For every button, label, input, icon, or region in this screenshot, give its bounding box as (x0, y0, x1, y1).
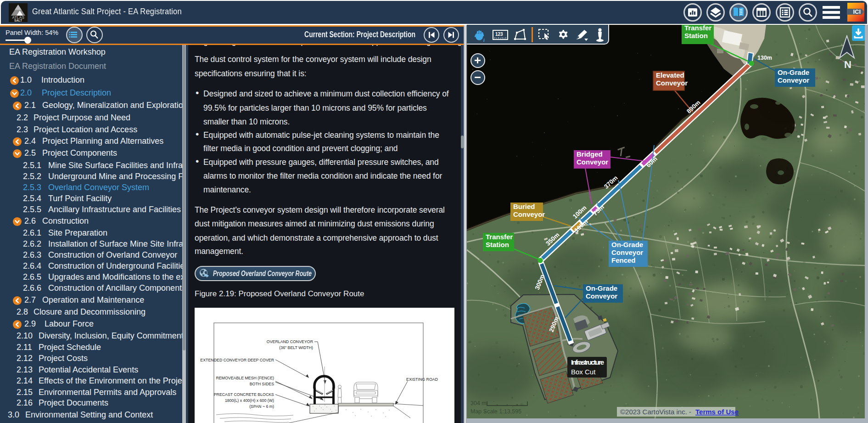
svg-text:Fenced: Fenced (611, 256, 636, 264)
svg-text:304 m: 304 m (470, 400, 487, 406)
svg-text:BOTH SIDES: BOTH SIDES (250, 382, 274, 386)
svg-text:i: i (483, 38, 485, 43)
svg-text:Conveyor: Conveyor (611, 248, 643, 256)
svg-text:Box Cut: Box Cut (571, 368, 596, 376)
svg-text:1800(L) x 400(H) x 600 (W): 1800(L) x 400(H) x 600 (W) (225, 398, 274, 403)
svg-text:OVERLAND CONVEYOR: OVERLAND CONVEYOR (267, 339, 313, 344)
svg-text:Map Scale 1:13,595: Map Scale 1:13,595 (470, 408, 521, 415)
svg-text:Infrastructure: Infrastructure (571, 358, 604, 366)
svg-text:PRECAST CONCRETE BLOCKS: PRECAST CONCRETE BLOCKS (214, 392, 274, 397)
svg-text:On-Grade: On-Grade (611, 241, 643, 248)
svg-text:Buried: Buried (513, 203, 535, 210)
svg-text:Conveyor: Conveyor (577, 158, 608, 166)
svg-text:Conveyor: Conveyor (513, 210, 545, 218)
svg-text:SALT: SALT (14, 19, 22, 22)
svg-text:N: N (844, 59, 851, 70)
svg-text:(36" BELT WIDTH): (36" BELT WIDTH) (279, 345, 313, 350)
svg-text:123: 123 (495, 32, 503, 37)
svg-text:Bridged: Bridged (577, 150, 603, 158)
svg-text:Transfer: Transfer (486, 233, 513, 241)
svg-text:Terms of Use: Terms of Use (695, 408, 739, 416)
svg-text:Conveyor: Conveyor (656, 79, 688, 87)
svg-text:©2023 CartoVista inc. -: ©2023 CartoVista inc. - (620, 408, 691, 416)
svg-text:(SPAN ~ 6 m): (SPAN ~ 6 m) (249, 404, 274, 409)
svg-text:130m: 130m (757, 55, 772, 61)
svg-text:Station: Station (486, 241, 509, 248)
svg-text:REMOVEABLE MESH (FENCE): REMOVEABLE MESH (FENCE) (216, 376, 274, 380)
svg-text:On-Grade: On-Grade (586, 284, 617, 292)
svg-text:ICI: ICI (853, 8, 861, 15)
svg-text:Elevated: Elevated (656, 71, 684, 79)
svg-text:On-Grade: On-Grade (778, 68, 809, 76)
svg-text:Conveyor: Conveyor (586, 292, 617, 300)
svg-text:EXISTING ROAD: EXISTING ROAD (406, 377, 438, 382)
svg-text:Transfer: Transfer (684, 25, 711, 32)
svg-text:Station: Station (684, 32, 708, 39)
svg-text:EXTENDED CONVEYOR DEEP COVER: EXTENDED CONVEYOR DEEP COVER (200, 358, 274, 362)
svg-text:Conveyor: Conveyor (778, 76, 809, 84)
